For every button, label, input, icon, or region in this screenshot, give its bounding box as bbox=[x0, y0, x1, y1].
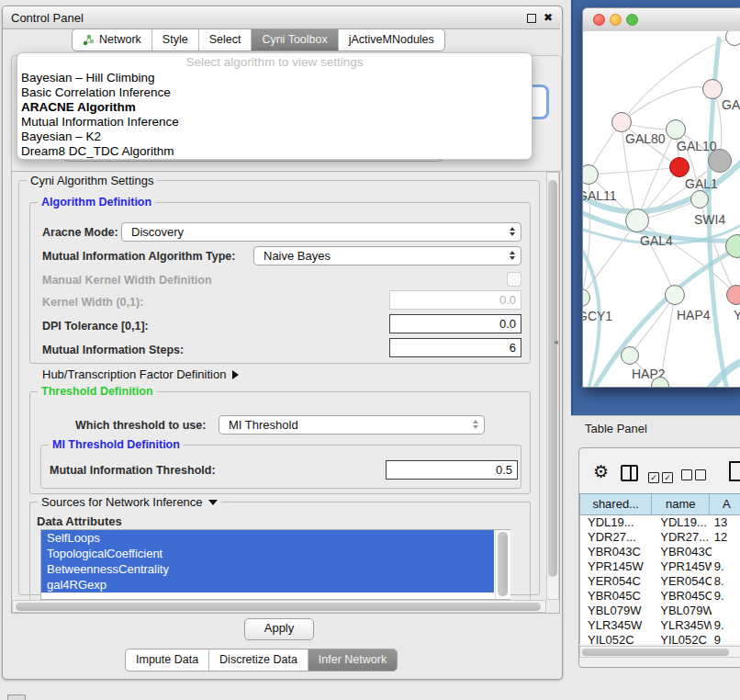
tab-network[interactable]: Network bbox=[73, 29, 152, 51]
scrollbar-thumb[interactable] bbox=[582, 649, 729, 656]
group-title: Algorithm Definition bbox=[38, 196, 155, 209]
node-label-swi4: SWI4 bbox=[694, 212, 725, 227]
network-node-hap4[interactable] bbox=[665, 285, 685, 305]
tab-jactivemnodules[interactable]: jActiveMNodules bbox=[339, 29, 444, 51]
table-cell: YER054C bbox=[580, 574, 653, 589]
aracne-mode-select[interactable]: Discovery bbox=[121, 222, 521, 242]
attribute-item-betweennesscentrality[interactable]: BetweennessCentrality bbox=[41, 561, 494, 577]
mi-type-label: Mutual Information Algorithm Type: bbox=[42, 250, 235, 263]
mi-algorithm-type-select[interactable]: Naive Bayes bbox=[253, 246, 521, 265]
deselect-all-checkboxes-icon[interactable] bbox=[681, 468, 709, 484]
tab-style[interactable]: Style bbox=[152, 29, 199, 51]
table-cell: YDR27... bbox=[580, 530, 653, 545]
network-node-y[interactable] bbox=[726, 285, 740, 305]
table-row[interactable]: YLR345WYLR345W9. bbox=[580, 618, 740, 633]
column-layout-icon[interactable] bbox=[621, 465, 638, 481]
aracne-mode-label: Aracne Mode: bbox=[42, 226, 118, 239]
control-panel-titlebar: Control Panel ✖ bbox=[3, 6, 560, 29]
float-window-icon[interactable] bbox=[527, 14, 536, 23]
tab-label: Infer Network bbox=[319, 649, 387, 671]
table-row[interactable]: YDR27...YDR27...12 bbox=[580, 530, 740, 545]
gear-icon[interactable]: ⚙ bbox=[593, 463, 609, 480]
mi-steps-field[interactable]: 6 bbox=[389, 338, 521, 357]
algorithm-option-aracne-algorithm[interactable]: ARACNE Algorithm bbox=[17, 100, 532, 115]
minimize-traffic-light[interactable] bbox=[610, 14, 622, 26]
stepper-icon bbox=[473, 420, 478, 429]
select-all-checkboxes-icon[interactable]: ✓✓ bbox=[648, 468, 676, 484]
table-cell: YDL19... bbox=[580, 515, 653, 530]
mi-threshold-field[interactable]: 0.5 bbox=[386, 460, 518, 480]
tab-impute-data[interactable]: Impute Data bbox=[126, 649, 209, 671]
kernel-width-field[interactable]: 0.0 bbox=[389, 290, 521, 310]
tab-discretize-data[interactable]: Discretize Data bbox=[209, 649, 308, 671]
network-node-swi4[interactable] bbox=[690, 190, 709, 209]
table-row[interactable]: YDL19...YDL19...13 bbox=[580, 515, 740, 530]
control-panel-tabs: NetworkStyleSelectCyni ToolboxjActiveMNo… bbox=[72, 28, 445, 51]
table-cell: 13 bbox=[712, 515, 740, 530]
column-header-name[interactable]: name bbox=[652, 494, 710, 514]
tab-label: Discretize Data bbox=[219, 649, 297, 671]
expand-arrow-icon bbox=[232, 370, 239, 379]
algorithm-option-basic-correlation-inference[interactable]: Basic Correlation Inference bbox=[17, 85, 532, 100]
table-cell: YBR043C bbox=[580, 545, 653, 559]
manual-kernel-checkbox[interactable] bbox=[507, 272, 521, 287]
network-node-gal80[interactable] bbox=[611, 112, 632, 132]
algorithm-option-mutual-information-inference[interactable]: Mutual Information Inference bbox=[17, 115, 532, 130]
table-row[interactable]: YPR145WYPR145W9. bbox=[580, 559, 740, 574]
network-node-gal1[interactable] bbox=[669, 157, 690, 177]
table-row[interactable]: YBL079WYBL079W bbox=[580, 604, 740, 618]
table-row[interactable]: YER054CYER054C8. bbox=[580, 574, 740, 589]
which-threshold-select[interactable]: MI Threshold bbox=[219, 415, 485, 435]
collapse-arrow-icon bbox=[208, 500, 218, 505]
document-icon[interactable] bbox=[729, 461, 740, 481]
scrollbar-thumb[interactable] bbox=[16, 603, 541, 611]
data-attributes-list[interactable]: SelfLoopsTopologicalCoefficientBetweenne… bbox=[40, 529, 510, 600]
table-cell: 9. bbox=[712, 618, 740, 633]
panel-splitter-handle[interactable]: ◂ bbox=[554, 337, 558, 346]
zoom-traffic-light[interactable] bbox=[626, 14, 638, 26]
tab-label: jActiveMNodules bbox=[349, 29, 434, 51]
table-row[interactable]: YIL052CYIL052C9 bbox=[580, 633, 740, 644]
tab-cyni-toolbox[interactable]: Cyni Toolbox bbox=[252, 29, 338, 51]
table-cell: 9. bbox=[712, 559, 740, 574]
attribute-item-topologicalcoefficient[interactable]: TopologicalCoefficient bbox=[41, 546, 494, 561]
close-traffic-light[interactable] bbox=[593, 14, 605, 26]
scrollbar-thumb[interactable] bbox=[548, 180, 557, 577]
tab-infer-network[interactable]: Infer Network bbox=[308, 649, 397, 671]
attribute-item-gal4rgexp[interactable]: gal4RGexp bbox=[41, 577, 494, 593]
hub-definition-expander[interactable]: Hub/Transcription Factor Definition bbox=[42, 367, 239, 381]
algorithm-option-bayesian-k2[interactable]: Bayesian – K2 bbox=[17, 130, 532, 144]
algorithm-option-bayesian-hill-climbing[interactable]: Bayesian – Hill Climbing bbox=[17, 71, 532, 85]
table-row[interactable]: YBR045CYBR045C9. bbox=[580, 589, 740, 604]
network-node-gal10[interactable] bbox=[666, 119, 686, 140]
node-label-y: Y bbox=[734, 308, 740, 322]
settings-horizontal-scrollbar[interactable] bbox=[12, 600, 546, 613]
column-header-shared[interactable]: shared... bbox=[580, 494, 652, 514]
dpi-tolerance-field[interactable]: 0.0 bbox=[389, 314, 521, 333]
apply-button[interactable]: Apply bbox=[244, 618, 314, 640]
tab-label: Cyni Toolbox bbox=[262, 29, 327, 51]
list-scrollbar[interactable] bbox=[495, 530, 510, 599]
network-window-titlebar bbox=[583, 8, 740, 32]
table-body: YDL19...YDL19...13YDR27...YDR27...12YBR0… bbox=[579, 515, 740, 644]
dropdown-prompt: Select algorithm to view settings bbox=[17, 53, 532, 71]
partial-button[interactable] bbox=[7, 694, 26, 700]
scrollbar-thumb[interactable] bbox=[498, 532, 508, 596]
settings-vertical-scrollbar[interactable] bbox=[546, 172, 559, 600]
network-node-hap2[interactable] bbox=[621, 346, 639, 365]
column-header-a[interactable]: A bbox=[710, 494, 740, 514]
close-icon[interactable]: ✖ bbox=[544, 6, 553, 29]
network-node[interactable] bbox=[708, 149, 732, 173]
algorithm-option-dream8-dc-tdc-algorithm[interactable]: Dream8 DC_TDC Algorithm bbox=[17, 144, 532, 159]
attribute-item-selfloops[interactable]: SelfLoops bbox=[41, 530, 494, 546]
tab-select[interactable]: Select bbox=[199, 29, 252, 51]
table-row[interactable]: YBR043CYBR043C bbox=[580, 545, 740, 559]
algorithm-dropdown: Select algorithm to view settings Bayesi… bbox=[17, 52, 533, 160]
network-node-gal[interactable] bbox=[702, 79, 723, 99]
network-canvas[interactable]: GALGAL80GAL10GAL1GAL11SWI4GAL4GCY1HAP4YH… bbox=[583, 31, 740, 387]
sources-expander[interactable]: Sources for Network Inference bbox=[38, 495, 221, 509]
node-label-gcy1: GCY1 bbox=[583, 309, 612, 323]
stepper-icon bbox=[510, 251, 515, 260]
network-node-gal4[interactable] bbox=[625, 209, 649, 232]
table-horizontal-scrollbar[interactable] bbox=[579, 646, 740, 658]
